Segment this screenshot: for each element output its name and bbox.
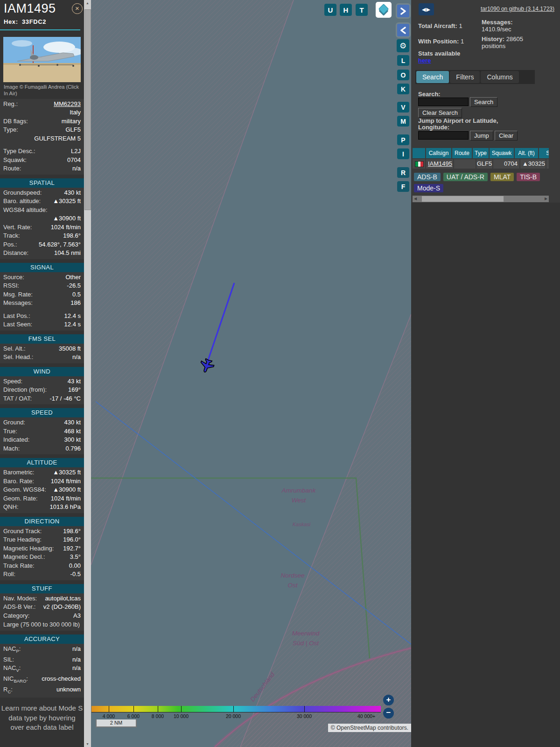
column-header-Sp[interactable]: Sp (539, 148, 549, 158)
toggle-button-O[interactable]: O (397, 70, 409, 80)
layer-switcher-icon[interactable] (376, 2, 392, 18)
row-label: Magnetic Heading: (3, 544, 54, 553)
row-label: Category: (3, 612, 29, 620)
tab-columns[interactable]: Columns (481, 71, 518, 83)
panel-width-toggle[interactable]: ◀▶ (419, 3, 434, 15)
aircraft-table-row[interactable]: IAM1495GLF50704▲30325 (413, 159, 549, 169)
search-input[interactable] (418, 98, 469, 106)
section-header-accuracy: ACCURACY (0, 634, 84, 644)
row-value: 3.5° (47, 553, 81, 562)
scroll-left-icon[interactable]: ◀ (413, 196, 418, 202)
column-header-Alt. (ft)[interactable]: Alt. (ft) (515, 148, 538, 158)
table-horizontal-scrollbar[interactable]: ◀ ▶ (413, 196, 549, 202)
row-value: v2 (DO-260B) (37, 603, 81, 612)
row-label: Direction (from): (3, 386, 47, 395)
row-label: Ground: (3, 418, 25, 427)
map-canvas[interactable]: Amrumbank WestKaskasiNordsee OstMeerwind… (91, 0, 411, 747)
data-row: Sel. Head.:n/a (0, 353, 84, 362)
data-row: True:468 kt (0, 427, 84, 436)
stats-here-link[interactable]: here (418, 57, 431, 64)
toggle-button-M[interactable]: M (397, 116, 409, 127)
row-label: NICBARO: (3, 675, 28, 685)
aircraft-marker[interactable] (198, 358, 215, 374)
row-value: A3 (31, 612, 81, 620)
scrollbar-thumb[interactable] (84, 9, 91, 210)
row-label: Roll: (3, 570, 15, 579)
sidebar-scrollbar[interactable]: ▲ ▼ (84, 0, 91, 747)
altitude-tick-label: 10 000 (174, 713, 189, 719)
altitude-tick (181, 706, 182, 712)
tab-search[interactable]: Search (416, 71, 449, 83)
data-row: Magnetic Heading:192.7° (0, 544, 84, 553)
map-attribution[interactable]: © OpenStreetMap contributors. (328, 724, 411, 732)
section-header-spatial: SPATIAL (0, 178, 84, 188)
row-label: Nav. Modes: (3, 594, 37, 603)
section-header-altitude: ALTITUDE (0, 458, 84, 467)
tab-filters[interactable]: Filters (450, 71, 480, 83)
cell-callsign[interactable]: IAM1495 (426, 159, 453, 169)
row-label: Msg. Rate: (3, 290, 33, 299)
search-button[interactable]: Search (470, 97, 497, 107)
toggle-button-F[interactable]: F (397, 181, 409, 192)
row-label: ADS-B Ver.: (3, 603, 35, 612)
row-label: Distance: (3, 249, 28, 258)
row-label: Squawk: (3, 156, 27, 165)
clear-jump-button[interactable]: Clear (495, 131, 518, 141)
github-version-link[interactable]: tar1090 on github (3.14.1723) (481, 6, 554, 12)
hotkey-button-T[interactable]: T (356, 4, 368, 16)
jump-button[interactable]: Jump (470, 131, 493, 141)
row-label: Type Desc.: (3, 147, 35, 156)
data-row: Distance:104.5 nmi (0, 249, 84, 258)
column-header-Route[interactable]: Route (452, 148, 472, 158)
data-row: QNH:1013.6 hPa (0, 503, 84, 512)
panel-collapse-button[interactable] (396, 22, 411, 38)
section-header-direction: DIRECTION (0, 517, 84, 526)
data-row: RSSI:-26.5 (0, 282, 84, 290)
hotkey-button-H[interactable]: H (340, 4, 352, 16)
toggle-button-I[interactable]: I (397, 148, 409, 159)
column-header-flag[interactable] (413, 148, 425, 158)
registration-link[interactable]: MM62293 (20, 100, 81, 109)
row-label: Last Pos.: (3, 312, 30, 321)
jump-input[interactable] (418, 131, 469, 140)
toggle-button-R[interactable]: R (397, 167, 409, 178)
toggle-button-L[interactable]: L (397, 55, 409, 66)
scroll-right-icon[interactable]: ▶ (543, 196, 549, 202)
column-header-Type[interactable]: Type (473, 148, 489, 158)
data-row: Last Pos.:12.4 s (0, 312, 84, 321)
toggle-button-P[interactable]: P (397, 134, 409, 145)
row-value: 0.00 (36, 562, 81, 571)
data-row: Route:n/a (0, 164, 84, 173)
hscroll-thumb[interactable] (422, 196, 504, 202)
section-rows: Nav. Modes:autopilot,tcasADS-B Ver.:v2 (… (0, 593, 84, 631)
data-row: Last Seen:12.4 s (0, 320, 84, 329)
toggle-button-K[interactable]: K (397, 84, 409, 94)
zoom-out-button[interactable]: − (383, 708, 394, 719)
toggle-button-V[interactable]: V (397, 102, 409, 113)
data-row: NICBARO:cross-checked (0, 675, 84, 685)
column-header-Squawk[interactable]: Squawk (490, 148, 514, 158)
hotkey-button-U[interactable]: U (324, 4, 336, 16)
data-row: GULFSTREAM 5 (0, 134, 84, 143)
row-label: QNH: (3, 503, 19, 512)
scroll-up-icon[interactable]: ▲ (84, 1, 91, 5)
row-label: Baro. altitude: (3, 197, 41, 206)
close-icon[interactable]: × (72, 3, 83, 14)
section-header-fms-sel: FMS SEL (0, 334, 84, 344)
data-row: Large (75 000 to 300 000 lb) (0, 620, 84, 629)
scroll-down-icon[interactable]: ▼ (84, 742, 91, 746)
aircraft-photo-art (3, 37, 81, 82)
row-value: cross-checked (30, 675, 81, 684)
aircraft-photo[interactable] (3, 37, 81, 82)
map-label-nordsee: Nordsee Ost (280, 571, 304, 591)
data-row: Magnetic Decl.:3.5° (0, 553, 84, 562)
panel-expand-button[interactable] (396, 3, 411, 19)
data-row: Geom. WGS84:▲30900 ft (0, 486, 84, 494)
badge-mode-s: Mode-S (414, 184, 443, 192)
settings-button[interactable]: ⚙ (397, 39, 409, 52)
row-label: Source: (3, 273, 24, 282)
zoom-in-button[interactable]: + (383, 695, 394, 705)
column-header-Callsign[interactable]: Callsign (426, 148, 451, 158)
callsign-link[interactable]: IAM1495 (428, 160, 452, 167)
clear-search-button[interactable]: Clear Search (418, 108, 462, 118)
